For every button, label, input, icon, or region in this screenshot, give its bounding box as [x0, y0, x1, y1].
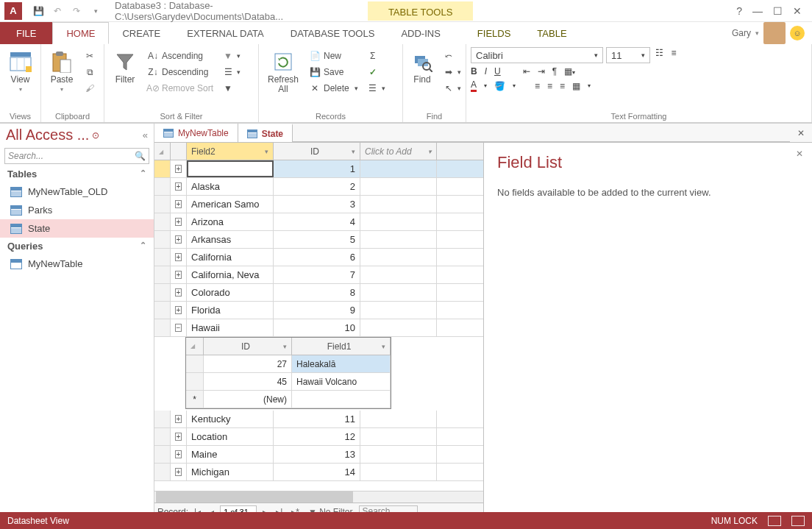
redo-icon[interactable]: ↷ — [71, 5, 82, 17]
undo-icon[interactable]: ↶ — [51, 5, 63, 17]
replace-button[interactable]: ⤺ — [440, 49, 464, 63]
goto-button[interactable]: ➡▾ — [440, 65, 464, 79]
indent-increase-icon[interactable]: ⇥ — [538, 66, 545, 77]
font-color-button[interactable]: A — [471, 79, 477, 92]
cell-id[interactable]: 12 — [274, 428, 360, 445]
cell-field2[interactable]: Location — [187, 428, 274, 445]
cell-add[interactable] — [360, 160, 437, 177]
row-selector[interactable] — [154, 160, 171, 177]
row-selector[interactable] — [154, 319, 171, 336]
tab-database-tools[interactable]: DATABASE TOOLS — [277, 22, 388, 44]
cell-field2[interactable]: Florida — [187, 302, 274, 319]
col-id[interactable]: ID▾ — [274, 143, 360, 160]
more-records-button[interactable]: ☰▾ — [364, 81, 388, 96]
nav-pane-header[interactable]: All Access ... ⊙ « — [0, 124, 154, 146]
cell-id[interactable]: 14 — [274, 464, 360, 480]
sub-cell-id[interactable]: (New) — [204, 391, 292, 408]
sub-row-new[interactable]: *(New) — [186, 391, 391, 408]
cell-id[interactable]: 9 — [274, 302, 360, 319]
row-selector[interactable] — [154, 178, 171, 195]
row-selector[interactable] — [154, 249, 171, 266]
cell-field2[interactable]: Michigan — [187, 464, 274, 480]
expand-button[interactable]: + — [171, 249, 187, 266]
help-icon[interactable]: ? — [736, 5, 742, 17]
descending-button[interactable]: Z↓Descending — [144, 65, 216, 79]
minimize-icon[interactable]: — — [752, 5, 763, 17]
table-row[interactable]: +Arkansas5 — [154, 231, 483, 249]
table-row[interactable]: +American Samo3 — [154, 196, 483, 213]
cell-field2[interactable]: Hawaii — [187, 319, 274, 336]
cell-id[interactable]: 2 — [274, 178, 360, 195]
toggle-filter-button[interactable]: ▼ — [219, 81, 243, 96]
italic-button[interactable]: I — [485, 66, 487, 77]
font-family-select[interactable]: Calibri▾ — [471, 47, 603, 63]
nav-group-tables[interactable]: Tables⌃ — [0, 166, 154, 182]
table-row[interactable]: +Colorado8 — [154, 284, 483, 302]
expand-button[interactable]: + — [171, 302, 187, 319]
sub-col-id[interactable]: ID▾ — [204, 338, 292, 355]
nav-item-mynewtable-query[interactable]: MyNewTable — [0, 255, 154, 273]
select-all-cell[interactable]: ◢ — [154, 143, 171, 160]
table-row[interactable]: +Michigan14 — [154, 464, 483, 481]
row-selector[interactable]: * — [186, 391, 204, 408]
cell-field2[interactable]: Kentucky — [187, 411, 274, 427]
collapse-icon[interactable]: « — [143, 129, 148, 141]
delete-record-button[interactable]: ✕Delete▾ — [306, 81, 361, 96]
view-button[interactable]: View ▾ — [4, 47, 36, 96]
sub-row[interactable]: 27Haleakalā — [186, 355, 391, 373]
close-pane-icon[interactable]: ✕ — [796, 149, 803, 159]
table-row[interactable]: +Florida9 — [154, 302, 483, 319]
close-tab-icon[interactable]: ✕ — [790, 128, 812, 138]
sub-cell-field1[interactable] — [292, 391, 391, 408]
sub-col-field1[interactable]: Field1▾ — [292, 338, 391, 355]
align-right-icon[interactable]: ≡ — [560, 81, 565, 91]
qat-customize-icon[interactable]: ▾ — [90, 5, 102, 17]
select-button[interactable]: ↖▾ — [440, 81, 464, 96]
cell-field2[interactable]: American Samo — [187, 196, 274, 213]
table-row[interactable]: +Alaska2 — [154, 178, 483, 196]
expand-button[interactable]: + — [171, 266, 187, 283]
dropdown-icon[interactable]: ▾ — [265, 148, 268, 155]
text-direction-icon[interactable]: ¶ — [552, 66, 557, 77]
new-record-button[interactable]: 📄New — [306, 49, 361, 63]
table-row[interactable]: +California6 — [154, 249, 483, 266]
datasheet-view-icon[interactable] — [768, 516, 781, 526]
doc-tab-state[interactable]: State — [238, 124, 293, 142]
expand-button[interactable]: + — [171, 446, 187, 463]
cell-id[interactable]: 7 — [274, 266, 360, 283]
table-row[interactable]: + 1 — [154, 160, 483, 178]
spelling-button[interactable]: ✓ — [364, 65, 388, 79]
table-row[interactable]: +Arizona4 — [154, 213, 483, 231]
nav-item-state[interactable]: State — [0, 219, 154, 238]
row-selector[interactable] — [154, 266, 171, 283]
sub-cell-field1[interactable]: Hawaii Volcano — [292, 373, 391, 390]
cell-field2[interactable]: Arkansas — [187, 231, 274, 248]
cell-field2[interactable]: Maine — [187, 446, 274, 463]
row-selector[interactable] — [154, 302, 171, 319]
sub-cell-id[interactable]: 45 — [204, 373, 292, 390]
sub-select-all[interactable]: ◢ — [186, 338, 204, 355]
table-row[interactable]: +California, Neva7 — [154, 266, 483, 284]
cell-id[interactable]: 3 — [274, 196, 360, 213]
bullets-icon[interactable]: ☷ — [653, 47, 665, 59]
tab-table[interactable]: TABLE — [524, 22, 580, 44]
fill-color-button[interactable]: 🪣 — [494, 81, 505, 91]
cell-field2[interactable]: Arizona — [187, 213, 274, 230]
row-selector[interactable] — [186, 355, 204, 372]
search-icon[interactable]: 🔍 — [135, 151, 146, 161]
cell-id[interactable]: 6 — [274, 249, 360, 266]
dropdown-icon[interactable]: ⊙ — [92, 130, 99, 141]
expand-button[interactable]: − — [171, 319, 187, 336]
format-painter-button[interactable]: 🖌 — [81, 81, 99, 96]
tab-create[interactable]: CREATE — [109, 22, 174, 44]
expand-button[interactable]: + — [171, 178, 187, 195]
bold-button[interactable]: B — [471, 66, 477, 77]
underline-button[interactable]: U — [494, 66, 501, 77]
row-selector[interactable] — [154, 464, 171, 480]
horizontal-scrollbar[interactable] — [154, 491, 483, 503]
nav-item-parks[interactable]: Parks — [0, 201, 154, 219]
dropdown-icon[interactable]: ▾ — [352, 148, 355, 155]
cell-id[interactable]: 8 — [274, 284, 360, 301]
row-selector[interactable] — [154, 446, 171, 463]
expand-button[interactable]: + — [171, 284, 187, 301]
